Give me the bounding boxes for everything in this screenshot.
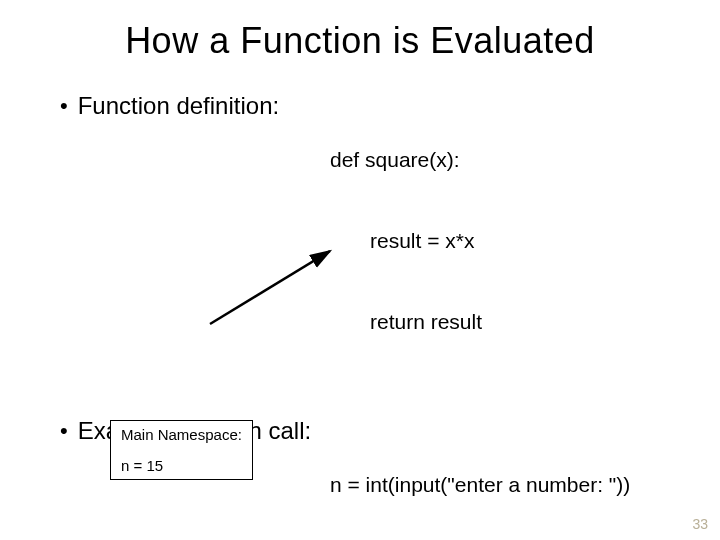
row-definition: • Function definition: def square(x): re… xyxy=(60,92,670,389)
slide-title: How a Function is Evaluated xyxy=(0,20,720,62)
code-def-line1: def square(x): xyxy=(330,146,482,173)
namespace-value: n = 15 xyxy=(121,457,242,474)
bullet-definition-text: Function definition: xyxy=(78,92,279,120)
bullet-dot-icon: • xyxy=(60,417,68,445)
code-def-line3: return result xyxy=(330,308,482,335)
code-call-line1: n = int(input("enter a number: ")) xyxy=(330,471,630,498)
content-area: • Function definition: def square(x): re… xyxy=(0,92,720,540)
bullet-definition: • Function definition: xyxy=(60,92,330,120)
code-call: n = int(input("enter a number: ")) sq = … xyxy=(330,417,630,540)
page-number: 33 xyxy=(692,516,708,532)
namespace-header: Main Namespace: xyxy=(121,426,242,443)
code-definition: def square(x): result = x*x return resul… xyxy=(330,92,482,389)
code-def-line2: result = x*x xyxy=(330,227,482,254)
bullet-dot-icon: • xyxy=(60,92,68,120)
namespace-box: Main Namespace: n = 15 xyxy=(110,420,253,480)
